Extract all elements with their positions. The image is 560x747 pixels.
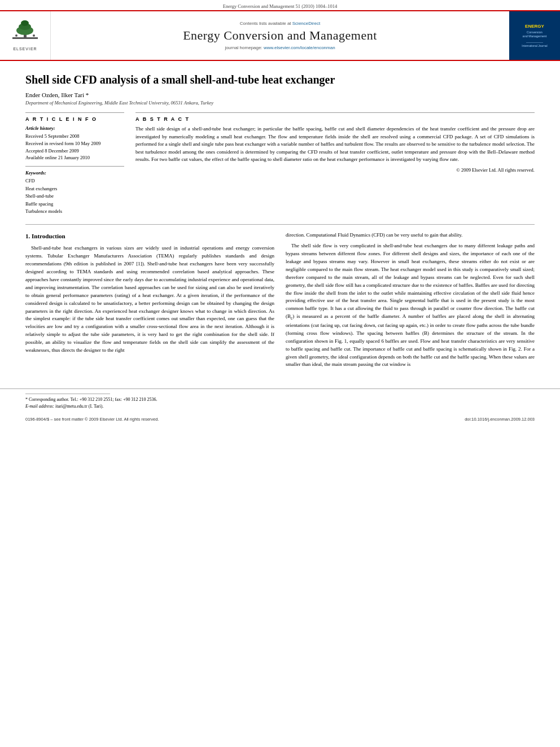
keyword-turbulence: Turbulence models xyxy=(25,208,124,216)
energy-logo-box: ENERGY Conversionand Management —————— I… xyxy=(520,22,549,49)
journal-banner: ELSEVIER Contents lists available at Sci… xyxy=(0,10,560,61)
article-info-column: A R T I C L E I N F O Article history: R… xyxy=(25,112,124,216)
abstract-column: A B S T R A C T The shell side design of… xyxy=(135,112,535,216)
article-title-section: Shell side CFD analysis of a small shell… xyxy=(25,72,535,106)
journal-homepage: journal homepage: www.elsevier.com/locat… xyxy=(225,45,335,50)
homepage-link[interactable]: www.elsevier.com/locate/enconman xyxy=(264,45,335,50)
svg-point-5 xyxy=(15,34,18,37)
intro-paragraph-1: Shell-and-tube heat exchangers in variou… xyxy=(25,244,274,355)
intro-heading: 1. Introduction xyxy=(25,231,274,241)
page-bottom-bar: 0196-8904/$ – see front matter © 2009 El… xyxy=(0,414,560,424)
sciencedirect-line: Contents lists available at ScienceDirec… xyxy=(240,21,320,26)
body-right-column: direction. Computational Fluid Dynamics … xyxy=(286,231,535,372)
section-number: 1. Introduction xyxy=(25,233,65,239)
journal-title-banner: Energy Conversion and Management xyxy=(183,28,377,43)
energy-logo-section: ENERGY Conversionand Management —————— I… xyxy=(509,11,560,60)
article-info-heading: A R T I C L E I N F O xyxy=(25,116,124,122)
energy-logo-sub: Conversionand Management xyxy=(522,30,547,38)
elsevier-tree-icon xyxy=(10,20,41,46)
page: Energy Conversion and Management 51 (201… xyxy=(0,0,560,747)
footnote-star: * Corresponding author. Tel.: +90 312 21… xyxy=(25,396,535,403)
received-line: Received 5 September 2008 xyxy=(25,133,124,140)
keywords-label: Keywords: xyxy=(25,166,124,176)
elsevier-logo-section: ELSEVIER xyxy=(0,11,51,60)
authors-text: Ender Ozden, Ilker Tari * xyxy=(25,91,89,98)
keyword-baffle-spacing: Baffle spacing xyxy=(25,200,124,208)
revised-line: Received in revised form 10 May 2009 xyxy=(25,140,124,147)
article-authors: Ender Ozden, Ilker Tari * xyxy=(25,91,535,98)
svg-point-4 xyxy=(21,20,29,26)
elsevier-text: ELSEVIER xyxy=(13,47,37,51)
footnote-email: E-mail address: itari@metu.edu.tr (I. Ta… xyxy=(25,403,535,410)
journal-citation: Energy Conversion and Management 51 (201… xyxy=(223,3,337,9)
body-divider xyxy=(25,224,535,225)
sciencedirect-link[interactable]: ScienceDirect xyxy=(292,21,320,26)
footnote-divider xyxy=(25,394,110,394)
keyword-shell-tube: Shell-and-tube xyxy=(25,193,124,200)
article-title: Shell side CFD analysis of a small shell… xyxy=(25,72,535,87)
abstract-text: The shell side design of a shell-and-tub… xyxy=(135,125,535,164)
keyword-cfd: CFD xyxy=(25,177,124,185)
accepted-line: Accepted 8 December 2009 xyxy=(25,147,124,155)
abstract-heading: A B S T R A C T xyxy=(135,116,535,122)
author-affiliation: Department of Mechanical Engineering, Mi… xyxy=(25,100,535,106)
intro-paragraph-2: direction. Computational Fluid Dynamics … xyxy=(286,231,535,239)
energy-logo-title: ENERGY xyxy=(522,24,547,29)
body-left-column: 1. Introduction Shell-and-tube heat exch… xyxy=(25,231,274,372)
journal-citation-bar: Energy Conversion and Management 51 (201… xyxy=(0,0,560,10)
elsevier-logo: ELSEVIER xyxy=(10,20,41,51)
doi-line: doi:10.1016/j.enconman.2009.12.003 xyxy=(465,417,535,422)
body-two-col: 1. Introduction Shell-and-tube heat exch… xyxy=(25,231,535,372)
available-line: Available online 21 January 2010 xyxy=(25,154,124,161)
article-info-abstract-section: A R T I C L E I N F O Article history: R… xyxy=(25,112,535,216)
copyright-line: © 2009 Elsevier Ltd. All rights reserved… xyxy=(135,167,535,173)
main-content: Shell side CFD analysis of a small shell… xyxy=(0,61,560,383)
article-history-label: Article history: xyxy=(25,125,124,131)
banner-center: Contents lists available at ScienceDirec… xyxy=(51,11,509,60)
page-footer: * Corresponding author. Tel.: +90 312 21… xyxy=(0,388,560,414)
energy-logo-extra: —————— International Journal xyxy=(522,41,547,47)
intro-paragraph-3: The shell side flow is very complicated … xyxy=(286,242,535,369)
issn-line: 0196-8904/$ – see front matter © 2009 El… xyxy=(25,417,159,422)
keyword-heat-exchangers: Heat exchangers xyxy=(25,185,124,193)
svg-point-6 xyxy=(33,34,35,37)
